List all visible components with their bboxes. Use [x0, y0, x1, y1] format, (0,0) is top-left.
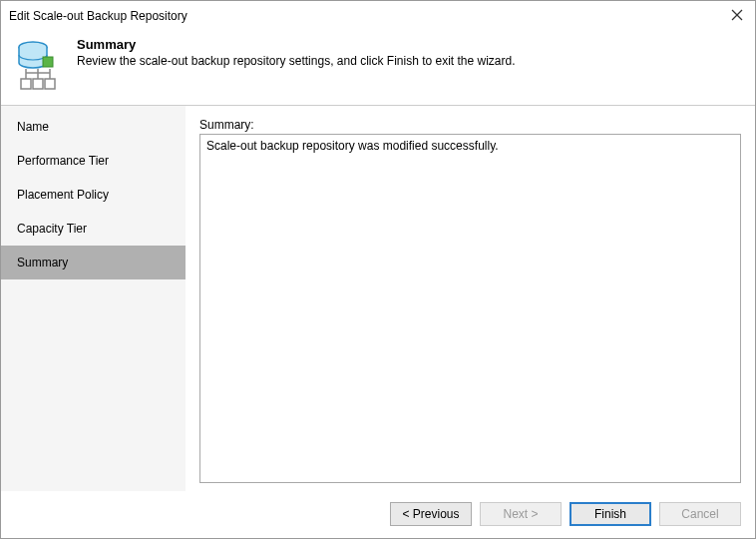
wizard-body: Name Performance Tier Placement Policy C…	[1, 106, 755, 491]
nav-item-performance-tier[interactable]: Performance Tier	[1, 144, 186, 178]
cancel-button: Cancel	[659, 502, 741, 526]
wizard-window: Edit Scale-out Backup Repository	[0, 0, 756, 539]
close-button[interactable]	[727, 5, 747, 25]
wizard-main: Summary: Scale-out backup repository was…	[186, 106, 755, 491]
svg-rect-8	[21, 79, 31, 89]
previous-button[interactable]: < Previous	[390, 502, 472, 526]
nav-item-capacity-tier[interactable]: Capacity Tier	[1, 212, 186, 246]
summary-label: Summary:	[199, 118, 741, 132]
finish-button[interactable]: Finish	[569, 502, 651, 526]
nav-item-name[interactable]: Name	[1, 110, 186, 144]
svg-rect-3	[43, 57, 53, 67]
close-icon	[731, 9, 743, 21]
wizard-header: Summary Review the scale-out backup repo…	[1, 31, 755, 106]
summary-textbox[interactable]: Scale-out backup repository was modified…	[199, 134, 741, 483]
wizard-footer: < Previous Next > Finish Cancel	[1, 491, 755, 538]
window-title: Edit Scale-out Backup Repository	[9, 9, 188, 23]
nav-item-placement-policy[interactable]: Placement Policy	[1, 178, 186, 212]
repository-icon	[11, 37, 65, 91]
svg-rect-9	[33, 79, 43, 89]
wizard-nav: Name Performance Tier Placement Policy C…	[1, 106, 186, 491]
next-button: Next >	[480, 502, 562, 526]
title-bar: Edit Scale-out Backup Repository	[1, 1, 755, 31]
nav-item-summary[interactable]: Summary	[1, 246, 186, 279]
svg-rect-10	[45, 79, 55, 89]
header-description: Review the scale-out backup repository s…	[77, 54, 516, 68]
header-title: Summary	[77, 37, 516, 52]
header-text: Summary Review the scale-out backup repo…	[77, 37, 516, 68]
